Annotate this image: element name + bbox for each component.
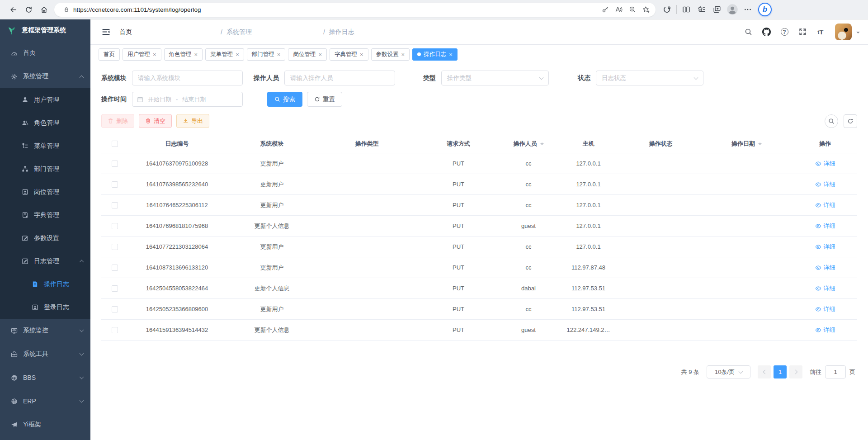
refresh-table-icon[interactable] [844, 114, 857, 128]
font-size-icon[interactable]: tT [813, 25, 828, 39]
sidebar-item-monitor[interactable]: 系统监控 [0, 319, 90, 342]
status-select[interactable]: 日志状态 [596, 71, 703, 85]
sidebar-item-home[interactable]: 首页 [0, 41, 90, 65]
page-size-select[interactable]: 10条/页 [707, 365, 750, 378]
goto-page-input[interactable] [825, 365, 846, 378]
lock-icon[interactable] [60, 2, 73, 17]
sidebar-item-yi-framework[interactable]: Yi框架 [0, 413, 90, 436]
help-icon[interactable]: ? [777, 25, 792, 39]
next-page-button[interactable] [789, 365, 802, 378]
select-all-checkbox[interactable] [112, 141, 118, 147]
detail-link[interactable]: 详细 [815, 243, 835, 251]
search-button[interactable]: 搜索 [267, 92, 302, 107]
row-checkbox[interactable] [112, 181, 118, 188]
row-checkbox[interactable] [112, 244, 118, 250]
sidebar-item-operlog[interactable]: 操作日志 [0, 273, 90, 296]
breadcrumb-home[interactable]: 首页 [119, 28, 217, 36]
sidebar-item-dicts[interactable]: 字典管理 [0, 203, 90, 227]
search-icon[interactable] [741, 25, 755, 39]
row-checkbox[interactable] [112, 327, 118, 333]
export-button[interactable]: 导出 [176, 114, 209, 128]
show-search-icon[interactable] [825, 114, 838, 128]
clear-button[interactable]: 清空 [139, 114, 172, 128]
url-text[interactable]: https://ccnetcore.com:1101/system/log/op… [73, 6, 599, 13]
extensions-icon[interactable] [659, 2, 675, 17]
home-icon[interactable] [36, 2, 52, 17]
detail-link[interactable]: 详细 [815, 201, 835, 209]
row-checkbox[interactable] [112, 202, 118, 208]
sort-icon[interactable] [758, 141, 762, 147]
zoom-out-icon[interactable] [626, 2, 639, 17]
close-icon[interactable]: × [360, 52, 363, 57]
tab-home[interactable]: 首页 [99, 48, 120, 61]
col-date[interactable]: 操作日期 [700, 140, 793, 148]
bing-chat-icon[interactable]: b [758, 3, 772, 16]
close-icon[interactable]: × [277, 52, 281, 57]
back-icon[interactable] [5, 2, 21, 17]
row-checkbox[interactable] [112, 161, 118, 167]
tab-departments[interactable]: 部门管理× [247, 48, 286, 61]
tab-menus[interactable]: 菜单管理× [205, 48, 244, 61]
module-input[interactable] [132, 71, 243, 85]
date-range-picker[interactable]: 开始日期 - 结束日期 [132, 92, 243, 107]
close-icon[interactable]: × [194, 52, 198, 57]
detail-link[interactable]: 详细 [815, 264, 835, 272]
caret-down-icon[interactable] [856, 32, 860, 35]
sidebar-item-system[interactable]: 系统管理 [0, 65, 90, 88]
add-favorite-icon[interactable] [639, 2, 653, 17]
sidebar-item-roles[interactable]: 角色管理 [0, 111, 90, 134]
sort-icon[interactable] [540, 141, 544, 147]
sidebar-item-loginlog[interactable]: 登录日志 [0, 296, 90, 319]
tab-operlog[interactable]: 操作日志× [412, 48, 458, 61]
sidebar-item-menus[interactable]: 菜单管理 [0, 134, 90, 157]
reset-button[interactable]: 重置 [307, 92, 342, 107]
password-key-icon[interactable] [599, 2, 612, 17]
favorites-icon[interactable] [694, 2, 709, 17]
tab-dicts[interactable]: 字典管理× [330, 48, 368, 61]
profile-avatar-icon[interactable] [725, 2, 740, 17]
more-menu-icon[interactable] [740, 2, 755, 17]
sidebar-item-params[interactable]: 参数设置 [0, 227, 90, 250]
sidebar-item-bbs[interactable]: BBS [0, 366, 90, 389]
operator-input[interactable] [284, 71, 395, 85]
sidebar-item-users[interactable]: 用户管理 [0, 88, 90, 111]
fullscreen-icon[interactable] [795, 25, 810, 39]
row-checkbox[interactable] [112, 306, 118, 312]
detail-link[interactable]: 详细 [815, 284, 835, 293]
row-checkbox[interactable] [112, 285, 118, 292]
detail-link[interactable]: 详细 [815, 222, 835, 230]
refresh-icon[interactable] [21, 2, 36, 17]
close-icon[interactable]: × [401, 52, 405, 57]
close-icon[interactable]: × [449, 52, 453, 57]
sidebar-item-erp[interactable]: ERP [0, 389, 90, 413]
detail-link[interactable]: 详细 [815, 326, 835, 334]
split-screen-icon[interactable] [679, 2, 694, 17]
close-icon[interactable]: × [153, 52, 156, 57]
read-aloud-icon[interactable] [612, 2, 626, 17]
tab-roles[interactable]: 角色管理× [164, 48, 203, 61]
user-avatar[interactable] [835, 24, 852, 40]
row-checkbox[interactable] [112, 265, 118, 271]
row-checkbox[interactable] [112, 223, 118, 229]
close-icon[interactable]: × [318, 52, 322, 57]
collections-icon[interactable] [709, 2, 725, 17]
address-bar[interactable]: https://ccnetcore.com:1101/system/log/op… [54, 3, 656, 17]
sidebar-item-posts[interactable]: 岗位管理 [0, 180, 90, 203]
sidebar-item-departments[interactable]: 部门管理 [0, 157, 90, 180]
detail-link[interactable]: 详细 [815, 180, 835, 189]
type-select[interactable]: 操作类型 [441, 71, 549, 85]
col-operator[interactable]: 操作人员 [501, 140, 556, 148]
close-icon[interactable]: × [236, 52, 239, 57]
sidebar-item-logs[interactable]: 日志管理 [0, 250, 90, 273]
detail-link[interactable]: 详细 [815, 305, 835, 313]
app-logo[interactable]: 意框架管理系统 [0, 19, 90, 41]
current-page-button[interactable]: 1 [774, 365, 787, 378]
collapse-sidebar-icon[interactable] [99, 25, 113, 39]
github-icon[interactable] [759, 25, 774, 39]
tab-users[interactable]: 用户管理× [123, 48, 161, 61]
tab-posts[interactable]: 岗位管理× [288, 48, 327, 61]
detail-link[interactable]: 详细 [815, 160, 835, 168]
sidebar-item-tools[interactable]: 系统工具 [0, 342, 90, 366]
tab-params[interactable]: 参数设置× [371, 48, 410, 61]
prev-page-button[interactable] [758, 365, 771, 378]
